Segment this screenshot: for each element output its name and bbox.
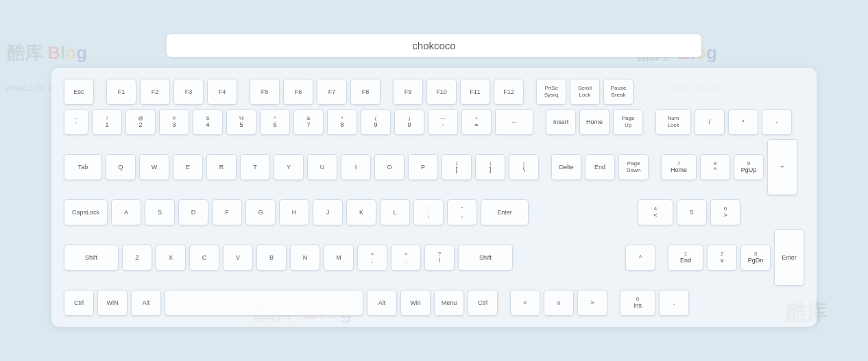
key-insert[interactable]: Insert xyxy=(546,109,576,135)
key-shift-left[interactable]: Shift xyxy=(64,245,119,271)
key-e[interactable]: E xyxy=(173,154,203,180)
key-down[interactable]: v xyxy=(544,290,574,316)
key-3[interactable]: #3 xyxy=(159,109,189,135)
key-f8[interactable]: F8 xyxy=(350,79,381,105)
key-right[interactable]: > xyxy=(577,290,607,316)
key-alt-right[interactable]: Alt xyxy=(367,290,397,316)
key-m[interactable]: M xyxy=(324,245,354,271)
key-minus[interactable]: —- xyxy=(428,109,458,135)
key-num1[interactable]: 1End xyxy=(668,245,703,271)
key-pageup[interactable]: PageUp xyxy=(613,109,643,135)
key-t[interactable]: T xyxy=(240,154,270,180)
key-tab[interactable]: Tab xyxy=(64,154,102,180)
key-l[interactable]: L xyxy=(380,199,410,225)
key-slash[interactable]: ?/ xyxy=(424,245,455,271)
key-num-star[interactable]: * xyxy=(728,109,758,135)
key-f7[interactable]: F7 xyxy=(317,79,347,105)
key-ctrl-right[interactable]: Ctrl xyxy=(468,290,498,316)
key-alt-left[interactable]: Alt xyxy=(131,290,161,316)
key-num7[interactable]: 7Home xyxy=(661,154,697,180)
key-7[interactable]: &7 xyxy=(293,109,324,135)
key-enter[interactable]: Enter xyxy=(481,199,529,225)
key-prtsc[interactable]: PrtScSysrq xyxy=(536,79,566,105)
key-backslash[interactable]: |\ xyxy=(509,154,539,180)
key-capslock[interactable]: CapsLock xyxy=(64,199,108,225)
search-bar[interactable]: chokcoco xyxy=(167,34,701,57)
key-num-minus[interactable]: - xyxy=(762,109,792,135)
key-num5[interactable]: 5 xyxy=(677,199,707,225)
key-y[interactable]: Y xyxy=(274,154,304,180)
key-x[interactable]: X xyxy=(156,245,186,271)
key-f6[interactable]: F6 xyxy=(283,79,313,105)
key-delete[interactable]: Delte xyxy=(551,154,581,180)
key-num4[interactable]: 4< xyxy=(638,199,673,225)
key-shift-right[interactable]: Shift xyxy=(458,245,513,271)
key-6[interactable]: ^6 xyxy=(260,109,290,135)
key-lbracket[interactable]: {[ xyxy=(442,154,472,180)
key-f9[interactable]: F9 xyxy=(393,79,423,105)
key-backspace[interactable]: ← xyxy=(495,109,533,135)
key-up[interactable]: ^ xyxy=(625,245,655,271)
key-f[interactable]: F xyxy=(212,199,242,225)
key-1[interactable]: !1 xyxy=(92,109,122,135)
key-j[interactable]: J xyxy=(313,199,343,225)
key-num-enter[interactable]: Enter xyxy=(774,229,804,286)
key-o[interactable]: O xyxy=(374,154,405,180)
key-r[interactable]: R xyxy=(206,154,237,180)
key-num3[interactable]: 3PgDn xyxy=(740,245,771,271)
key-w[interactable]: W xyxy=(139,154,169,180)
key-i[interactable]: I xyxy=(341,154,371,180)
key-tilde[interactable]: ~` xyxy=(64,109,88,135)
key-f3[interactable]: F3 xyxy=(173,79,204,105)
key-equals[interactable]: += xyxy=(461,109,492,135)
key-5[interactable]: %5 xyxy=(226,109,256,135)
key-d[interactable]: D xyxy=(178,199,208,225)
key-s[interactable]: S xyxy=(145,199,175,225)
key-num6[interactable]: 6> xyxy=(710,199,740,225)
key-period[interactable]: >. xyxy=(391,245,421,271)
key-f4[interactable]: F4 xyxy=(207,79,237,105)
key-num8[interactable]: 8^ xyxy=(700,154,730,180)
key-v[interactable]: V xyxy=(223,245,253,271)
key-num0[interactable]: 0Ins xyxy=(620,290,655,316)
key-0[interactable]: )0 xyxy=(394,109,424,135)
key-g[interactable]: G xyxy=(245,199,276,225)
key-2[interactable]: @2 xyxy=(125,109,156,135)
key-f5[interactable]: F5 xyxy=(250,79,280,105)
key-num-dot[interactable]: . xyxy=(659,290,689,316)
key-num-slash[interactable]: / xyxy=(695,109,725,135)
key-pause[interactable]: PauseBreak xyxy=(603,79,634,105)
key-n[interactable]: N xyxy=(290,245,320,271)
key-quote[interactable]: ", xyxy=(447,199,477,225)
key-win-right[interactable]: Win xyxy=(400,290,431,316)
key-win-left[interactable]: WiN xyxy=(97,290,128,316)
key-comma[interactable]: <, xyxy=(357,245,387,271)
key-rbracket[interactable]: }] xyxy=(475,154,505,180)
key-ctrl-left[interactable]: Ctrl xyxy=(64,290,94,316)
key-numlock[interactable]: NumLock xyxy=(655,109,691,135)
key-num2[interactable]: 2v xyxy=(707,245,737,271)
key-scroll-lock[interactable]: ScrollLock xyxy=(570,79,600,105)
key-4[interactable]: $4 xyxy=(193,109,223,135)
key-z[interactable]: Z xyxy=(122,245,152,271)
key-f11[interactable]: F11 xyxy=(460,79,490,105)
key-9[interactable]: (9 xyxy=(361,109,391,135)
key-f12[interactable]: F12 xyxy=(494,79,524,105)
key-end[interactable]: End xyxy=(585,154,615,180)
key-p[interactable]: P xyxy=(408,154,438,180)
key-esc[interactable]: Esc xyxy=(64,79,94,105)
key-f1[interactable]: F1 xyxy=(106,79,136,105)
key-a[interactable]: A xyxy=(111,199,141,225)
key-q[interactable]: Q xyxy=(106,154,136,180)
key-home[interactable]: Home xyxy=(579,109,610,135)
key-num9[interactable]: 9PgUp xyxy=(734,154,764,180)
key-u[interactable]: U xyxy=(307,154,337,180)
key-f10[interactable]: F10 xyxy=(426,79,457,105)
key-b[interactable]: B xyxy=(256,245,287,271)
key-menu[interactable]: Menu xyxy=(434,290,464,316)
key-left[interactable]: < xyxy=(510,290,540,316)
key-num-plus[interactable]: + xyxy=(767,139,797,195)
key-space[interactable] xyxy=(165,290,363,316)
key-f2[interactable]: F2 xyxy=(140,79,170,105)
key-k[interactable]: K xyxy=(346,199,376,225)
